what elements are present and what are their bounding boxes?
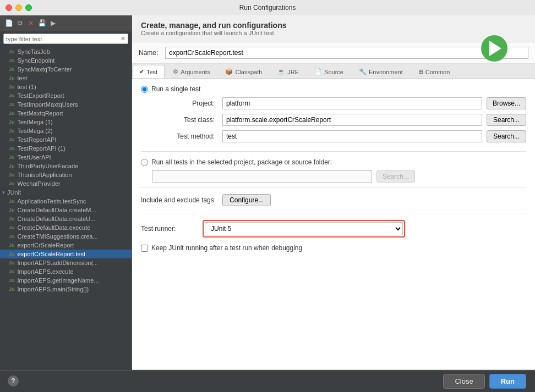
tree-item[interactable]: JuTestReportAPI — [0, 135, 132, 144]
tree-item[interactable]: JuCreateDefaultData.createU... — [0, 214, 132, 223]
tree-item[interactable]: JuCreateDefaultData.createM... — [0, 206, 132, 214]
single-test-form: Project: Browse... Test class: Search...… — [152, 97, 526, 142]
test-icon: ✔ — [139, 68, 144, 75]
tags-label: Include and exclude tags: — [141, 196, 216, 204]
tree-item-label: SyncTasJob — [18, 48, 50, 55]
test-method-label: Test method: — [152, 132, 218, 140]
tree-item[interactable]: JuWechatProvider — [0, 179, 132, 188]
duplicate-icon[interactable]: ⧉ — [15, 19, 24, 27]
tab-environment[interactable]: 🔧Environment — [352, 65, 410, 78]
search-input[interactable] — [6, 36, 121, 42]
tree-item[interactable]: JuImportAEPS.getImageName... — [0, 276, 132, 285]
tree-item[interactable]: JuTestReportAPI (1) — [0, 144, 132, 153]
right-inner: Create, manage, and run configurations C… — [132, 15, 535, 392]
tree-item-label: ThunisoftApplication — [18, 172, 72, 178]
runner-select[interactable]: JUnit 5JUnit 4JUnit 3 — [205, 222, 403, 235]
tree-item[interactable]: JuTestMega (2) — [0, 126, 132, 135]
tree-item[interactable]: JuTestImportMaxtqUsers — [0, 100, 132, 109]
configure-button[interactable]: Configure... — [222, 194, 271, 206]
close-window-button[interactable] — [6, 4, 12, 11]
delete-icon[interactable]: ✕ — [26, 19, 35, 27]
tab-classpath[interactable]: 📦Classpath — [218, 65, 269, 78]
ju-badge: Ju — [9, 137, 15, 142]
run-icon-button[interactable] — [481, 35, 507, 62]
tree-item[interactable]: JuexportCrScaleReport — [0, 241, 132, 250]
run-all-input[interactable] — [152, 170, 372, 183]
run-single-test-row: Run a single test — [141, 85, 526, 93]
search-box[interactable]: ✕ — [3, 34, 128, 44]
arrow-icon[interactable]: ▶ — [48, 19, 57, 27]
tree-item[interactable]: JuApplicationTests.testSync — [0, 197, 132, 206]
tree-item[interactable]: JuTestUserAPI — [0, 153, 132, 162]
tab-common[interactable]: ⊞Common — [411, 65, 457, 78]
ju-badge: Ju — [9, 225, 15, 230]
ju-badge: Ju — [9, 242, 15, 248]
tree-item[interactable]: JuTestMega (1) — [0, 118, 132, 126]
project-input[interactable] — [222, 97, 482, 109]
run-single-label: Run a single test — [151, 85, 200, 93]
tree-item[interactable]: JuImportAEPS.main(String[]) — [0, 285, 132, 294]
tab-label: Source — [324, 69, 343, 75]
tree-item[interactable]: JuSyncTasJob — [0, 47, 132, 56]
tab-jre[interactable]: ☕JRE — [270, 65, 306, 78]
help-button[interactable]: ? — [8, 376, 19, 387]
tree-item[interactable]: JuTestMaxtqReport — [0, 109, 132, 118]
tree-item[interactable]: Jutest (1) — [0, 82, 132, 91]
tree-item[interactable]: JuCreateTMISuggestions.crea... — [0, 232, 132, 241]
traffic-lights[interactable] — [6, 4, 32, 11]
search-class-button[interactable]: Search... — [487, 114, 526, 126]
tree-item-label: SyncMaxtqToCenter — [18, 66, 72, 73]
keep-running-checkbox[interactable] — [141, 245, 148, 252]
minimize-window-button[interactable] — [15, 4, 22, 11]
ju-badge: Ju — [9, 49, 15, 54]
tree-item[interactable]: Jutest — [0, 74, 132, 82]
run-button[interactable]: Run — [489, 374, 526, 389]
runner-row: Test runner: JUnit 5JUnit 4JUnit 3 — [141, 220, 526, 238]
tree-item[interactable]: JuSyncMaxtqToCenter — [0, 65, 132, 74]
test-class-label: Test class: — [152, 116, 218, 124]
search-clear-icon[interactable]: ✕ — [121, 35, 125, 42]
tree-item[interactable]: JuImportAEPS.execute — [0, 267, 132, 276]
window-bottom-bar: Close Run — [0, 370, 535, 392]
ju-badge: Ju — [9, 260, 15, 266]
ju-badge: Ju — [9, 207, 15, 213]
ju-badge: Ju — [9, 163, 15, 169]
browse-project-button[interactable]: Browse... — [487, 97, 526, 109]
run-all-label: Run all tests in the selected project, p… — [151, 158, 332, 166]
classpath-icon: 📦 — [225, 68, 233, 75]
test-class-input[interactable] — [222, 114, 482, 126]
ju-badge: Ju — [9, 93, 15, 98]
tree-item[interactable]: JuSyncEndpoint — [0, 56, 132, 65]
search-method-button[interactable]: Search... — [487, 130, 526, 142]
close-button[interactable]: Close — [443, 374, 484, 389]
tab-test[interactable]: ✔Test — [132, 65, 165, 78]
tree-item-label: ImportAEPS.getImageName... — [18, 277, 99, 284]
left-panel-toolbar: 📄 ⧉ ✕ 💾 ▶ — [0, 15, 132, 31]
run-all-search-button[interactable]: Search... — [376, 170, 415, 183]
tree-item[interactable]: JuImportAEPS.addDimension(... — [0, 258, 132, 267]
tree-item[interactable]: JuThunisoftApplication — [0, 170, 132, 179]
tree-item[interactable]: JuTestExportReport — [0, 91, 132, 100]
test-method-input[interactable] — [222, 130, 482, 142]
tab-content: Run a single test Project: Browse... Tes… — [132, 79, 535, 369]
config-name-input[interactable] — [165, 47, 528, 59]
maximize-window-button[interactable] — [25, 4, 32, 11]
tab-arguments[interactable]: ⚙Arguments — [166, 65, 217, 78]
run-single-radio[interactable] — [141, 86, 148, 93]
tree-item[interactable]: JuThirdPartyUserFacade — [0, 162, 132, 170]
tree-item-label: ApplicationTests.testSync — [18, 198, 86, 205]
ju-badge: Ju — [9, 198, 15, 204]
run-all-radio[interactable] — [141, 159, 148, 166]
ju-badge: Ju — [9, 58, 15, 63]
tree-item-label: CreateDefaultData.createM... — [18, 207, 96, 213]
save-icon[interactable]: 💾 — [37, 19, 46, 27]
tree-item[interactable]: ▾ JUnit — [0, 188, 132, 197]
section-divider-2 — [141, 187, 526, 187]
tree-item[interactable]: JuexportCrScaleReport.test — [0, 250, 132, 258]
tab-source[interactable]: 📄Source — [307, 65, 351, 78]
tree-item[interactable]: JuCreateDefaultData.execute — [0, 223, 132, 232]
tree-item-label: CreateDefaultData.createU... — [18, 216, 96, 222]
run-all-input-row: Search... — [152, 170, 526, 183]
new-config-icon[interactable]: 📄 — [4, 19, 13, 27]
tree-item-label: test (1) — [18, 84, 36, 90]
